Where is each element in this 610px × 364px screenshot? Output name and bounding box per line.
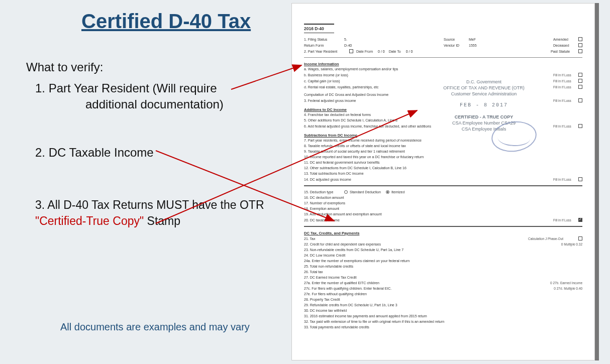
tax-l28: 28. Property Tax Credit <box>304 298 340 301</box>
tax-l27c-r: 0 27d. Multiple 0.40 <box>532 287 582 290</box>
pyr-from: 0 / 0 <box>378 50 385 53</box>
item1-line1: 1. Part Year Resident (Will require <box>35 81 217 95</box>
sub-hdr: Subtractions from DC Income <box>304 133 582 138</box>
item3-red: "Certified-True Copy" <box>35 214 144 227</box>
d40-form-image: 2016 D-40 1. Filing Status 5. Source MeF… <box>291 3 595 360</box>
sub-l11: 11. DC and federal government survivor b… <box>304 161 380 164</box>
cb-loss-4 <box>578 98 582 102</box>
item1-line2: additional documentation) <box>35 96 266 112</box>
form-header: 2016 D-40 <box>304 24 334 33</box>
footnote: All documents are examples and may vary <box>60 321 250 333</box>
ded-l17: 17. Number of exemptions <box>304 201 345 205</box>
ded-l20: 20. DC taxable income <box>304 218 553 222</box>
vendor-id-value: 1555 <box>469 44 494 47</box>
page-title: Certified D-40 Tax <box>81 10 251 33</box>
itm-label: Itemized <box>391 190 404 194</box>
additions-hdr: Additions to DC Income <box>304 107 582 112</box>
itm-radio <box>386 190 389 194</box>
tax-l29: 29. Refundable credits from DC Schedule … <box>304 303 397 307</box>
source-label: Source <box>444 38 469 41</box>
cb-loss-5 <box>578 124 582 128</box>
tax-l32: 32. Tax paid with extension of time to f… <box>304 320 444 323</box>
item3-part2: Stamp <box>147 214 180 227</box>
income-l3: 3. Federal adjusted gross income <box>304 99 553 102</box>
deceased-label: Deceased <box>553 44 578 47</box>
fill-loss-6: Fill in if Loss <box>553 178 578 181</box>
tax-l22b: 0 Multiple 0.32 <box>537 242 582 246</box>
income-d: d. Rental real estate, royalties, partne… <box>304 85 553 89</box>
cb-loss-2 <box>578 79 582 83</box>
tax-l26: 26. Total tax <box>304 270 323 274</box>
add-l4: 4. Franchise tax deducted on federal for… <box>304 113 371 116</box>
verify-item-1: 1. Part Year Resident (Will require addi… <box>35 80 266 113</box>
return-form-label: Return Form <box>304 44 344 47</box>
verify-item-3: 3. All D-40 Tax Returns MUST have the OT… <box>35 197 286 229</box>
fill-loss-2: Fill in if Loss <box>553 79 578 83</box>
tax-hdr: DC Tax, Credits, and Payments <box>304 231 582 235</box>
tax-l23: 23. Non-refundable credits from DC Sched… <box>304 248 403 252</box>
sub-l7: 7. Part year residents, enter income rec… <box>304 139 422 142</box>
item3-part1: 3. All D-40 Tax Returns MUST have the OT… <box>35 198 264 211</box>
tax-l30: 30. DC income tax withheld <box>304 309 347 312</box>
pyr-checkbox <box>349 49 353 53</box>
sub-l8: 8. Taxable refunds, credits or offsets o… <box>304 144 406 148</box>
vendor-id-label: Vendor ID <box>444 44 469 47</box>
tax-l27e: 27e. For filers without qualifying child… <box>304 292 367 296</box>
tax-l21b: Calculation J Phase-Out <box>528 237 578 240</box>
filing-status-value: 5. <box>344 38 384 41</box>
fill-loss-3: Fill in if Loss <box>553 85 578 89</box>
pyr-dateto-label: Date To <box>389 50 401 53</box>
fill-loss-1: Fill in if Loss <box>553 73 578 77</box>
verify-item-2: 2. DC Taxable Income <box>35 146 154 160</box>
amended-label: Amended <box>553 38 578 41</box>
std-radio <box>344 190 348 194</box>
sub-l14: 14. DC adjusted gross income <box>304 178 553 181</box>
income-a: a. Wages, salaries, unemployment compens… <box>304 67 582 71</box>
deceased-checkbox <box>578 43 582 47</box>
tax-l22: 22. Credit for child and dependent care … <box>304 242 537 246</box>
sub-l10: 10. Income reported and taxed this year … <box>304 155 424 159</box>
income-b: b. Business income (or loss) <box>304 73 553 77</box>
cb-loss-6 <box>578 177 582 181</box>
income-c: c. Capital gain (or loss) <box>304 79 553 83</box>
sub-l13: 13. Total subtractions from DC income <box>304 172 364 175</box>
ded-l16: 16. DC deduction amount <box>304 196 344 199</box>
fill-loss-4: Fill in if Loss <box>553 99 578 102</box>
tax-l27a-r: 0 27b. Earned Income <box>532 281 582 285</box>
pyr-datefrom-label: Date From <box>356 50 373 53</box>
ded-l19: 19. Add deduction amount and exemption a… <box>304 212 382 216</box>
pyr-to: 0 / 0 <box>406 50 413 53</box>
intro-label: What to verify: <box>26 60 103 74</box>
past-statute-label: Past Statute <box>551 50 578 53</box>
return-form-value: D-40 <box>344 44 384 47</box>
sub-l12: 12. Other subtractions from DC Schedule … <box>304 166 406 170</box>
fill-loss-7: Fill in if Loss <box>553 218 578 222</box>
tax-l27: 27. DC Earned Income Tax Credit <box>304 276 357 279</box>
tax-l31: 31. 2016 estimated income tax payments a… <box>304 314 427 318</box>
tax-l25: 25. Total non-refundable credits <box>304 265 353 268</box>
tax-l27a: 27a. Enter the number of qualified EITC … <box>304 281 532 285</box>
cb-loss-1 <box>578 73 582 77</box>
tax-l27c: 27c. For filers with qualifying children… <box>304 287 532 290</box>
pyr-label: 2. Part Year Resident <box>304 50 349 53</box>
cb-phaseout <box>578 236 582 240</box>
cb-loss-3 <box>578 85 582 89</box>
sub-l9: 9. Taxable amount of social security and… <box>304 150 405 153</box>
amended-checkbox <box>578 37 582 41</box>
income-comp: Computation of DC Gross and Adjusted Gro… <box>304 93 388 96</box>
cb-loss-7-checked <box>578 218 582 222</box>
past-statute-checkbox <box>578 49 582 53</box>
fill-loss-5: Fill in if Loss <box>553 125 578 128</box>
tax-l24a: 24a. Enter the number of exemptions clai… <box>304 259 410 263</box>
source-value: MeF <box>469 38 494 41</box>
ded-l15: 15. Deduction type <box>304 190 344 194</box>
ded-l18: 18. Exemption amount <box>304 207 339 210</box>
tax-l21: 21. Tax <box>304 237 528 240</box>
add-l5: 5. Other additions from DC Schedule I, C… <box>304 118 397 122</box>
filing-status-label: 1. Filing Status <box>304 38 344 41</box>
tax-l33: 33. Total payments and refundable credit… <box>304 325 369 329</box>
tax-l24: 24. DC Low Income Credit <box>304 254 345 257</box>
income-hdr: Income Information <box>304 62 582 66</box>
std-label: Standard Deduction <box>350 190 381 194</box>
